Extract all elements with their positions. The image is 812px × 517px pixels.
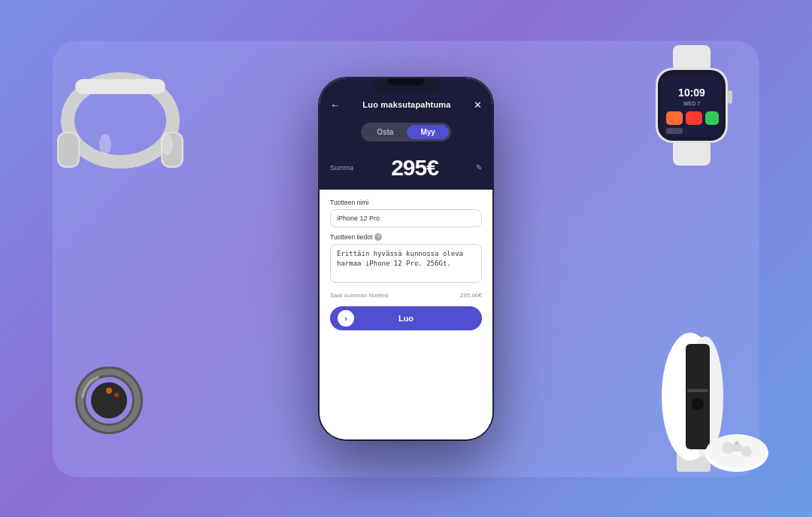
create-button[interactable]: › Luo	[330, 306, 482, 330]
summary-label: Saat summan itsellesi	[330, 292, 389, 299]
svg-rect-28	[686, 344, 710, 449]
svg-point-6	[99, 134, 111, 155]
info-icon[interactable]: ?	[374, 233, 382, 241]
svg-rect-14	[673, 139, 710, 166]
svg-rect-22	[705, 111, 719, 125]
svg-rect-5	[75, 79, 165, 94]
create-button-text: Luo	[398, 314, 414, 323]
svg-rect-20	[666, 111, 683, 125]
osta-toggle[interactable]: Osta	[363, 125, 407, 139]
svg-rect-29	[687, 389, 708, 392]
svg-rect-21	[686, 111, 702, 125]
product-details-label: Tuotteen tiedot	[330, 233, 372, 241]
summary-value: 295,00€	[460, 292, 482, 299]
svg-rect-24	[728, 90, 732, 104]
phone-home-bar	[376, 433, 436, 435]
edit-icon[interactable]: ✎	[476, 163, 482, 172]
phone-notch	[372, 78, 440, 93]
svg-rect-23	[666, 128, 683, 134]
amount-label: Summa	[330, 164, 353, 172]
svg-text:WED 7: WED 7	[683, 101, 700, 106]
svg-point-30	[692, 398, 704, 410]
header-title: Luo maksutapahtuma	[362, 100, 450, 109]
svg-point-11	[106, 388, 112, 394]
phone-mockup: ← Luo maksutapahtuma ✕ Osta Myy Summa 29…	[320, 78, 492, 439]
form-section: Tuotteen nimi Tuotteen tiedot ? Erittäin…	[320, 190, 492, 439]
phone-screen: ← Luo maksutapahtuma ✕ Osta Myy Summa 29…	[320, 78, 492, 439]
phone-notch-inner	[387, 78, 425, 86]
headphones-item	[45, 60, 195, 211]
apple-watch-item: 10:09 WED 7	[639, 45, 744, 158]
close-icon[interactable]: ✕	[474, 99, 482, 111]
ps5-item	[609, 329, 774, 479]
svg-point-7	[161, 134, 173, 155]
product-details-textarea[interactable]: Erittäin hyvässä kunnossa oleva harmaa i…	[330, 244, 482, 283]
back-icon[interactable]: ←	[330, 99, 340, 111]
svg-point-34	[741, 446, 752, 457]
svg-point-36	[735, 441, 739, 446]
product-details-label-row: Tuotteen tiedot ?	[330, 233, 482, 241]
amount-value: 295€	[391, 155, 438, 181]
toggle-container: Osta Myy	[361, 123, 451, 141]
phone-body: ← Luo maksutapahtuma ✕ Osta Myy Summa 29…	[320, 78, 492, 439]
svg-text:10:09: 10:09	[678, 87, 705, 99]
svg-point-12	[114, 393, 119, 397]
toggle-row: Osta Myy	[320, 118, 492, 151]
create-button-circle: ›	[338, 310, 354, 327]
product-name-input[interactable]	[330, 209, 482, 227]
svg-rect-13	[673, 45, 710, 71]
background: 10:09 WED 7	[0, 0, 812, 517]
summary-row: Saat summan itsellesi 295,00€	[330, 292, 482, 299]
create-button-arrow-icon: ›	[344, 314, 347, 323]
amount-section: Summa 295€ ✎	[320, 151, 492, 190]
myy-toggle[interactable]: Myy	[407, 125, 448, 139]
smart-ring-item	[75, 366, 143, 434]
svg-rect-2	[59, 133, 78, 166]
product-name-label: Tuotteen nimi	[330, 199, 482, 206]
